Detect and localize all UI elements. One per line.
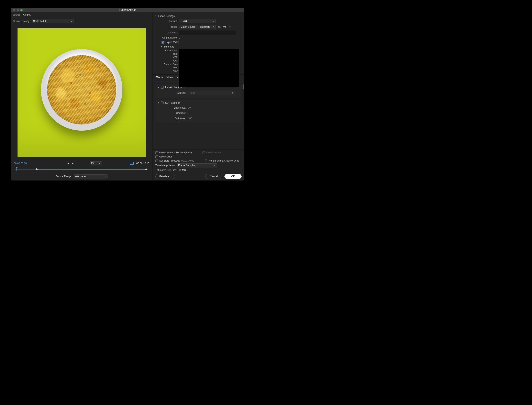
time-interpolation-value: Frame Sampling — [178, 164, 196, 167]
window-title: Export Settings — [11, 8, 244, 11]
import-preset-button[interactable] — [223, 25, 226, 29]
chevron-down-icon: ▼ — [104, 176, 106, 177]
output-name-label: Output Name: — [155, 36, 177, 39]
max-render-quality-label: Use Maximum Render Quality — [159, 151, 192, 154]
zoom-dropdown[interactable]: Fit ▼ — [90, 161, 102, 165]
playhead-handle[interactable] — [15, 167, 17, 170]
use-previews-label: Use Previews — [206, 151, 221, 154]
brightness-value[interactable]: 10 — [188, 106, 191, 109]
minimize-window-icon[interactable] — [17, 9, 19, 11]
source-scaling-dropdown[interactable]: Scale To Fit ▼ — [32, 19, 74, 23]
set-start-timecode-label: Set Start Timecode — [159, 159, 180, 162]
render-alpha-label: Render Alpha Channel Only — [209, 159, 239, 162]
sdr-label: SDR Conform — [165, 101, 181, 104]
export-video-checkbox[interactable] — [162, 41, 164, 44]
collapse-icon: ▼ — [157, 102, 159, 104]
window-controls — [11, 9, 23, 11]
tab-output[interactable]: Output — [23, 13, 31, 17]
playhead-timecode[interactable]: 00:00:00:00 — [14, 162, 27, 165]
contrast-value[interactable]: 0 — [188, 112, 189, 115]
source-range-value: Work Area — [75, 175, 87, 178]
export-video-label: Export Video — [165, 41, 179, 44]
aspect-crop-button[interactable] — [130, 162, 134, 165]
comments-input[interactable] — [179, 31, 236, 35]
set-start-timecode-checkbox[interactable] — [155, 160, 158, 162]
chevron-down-icon: ▼ — [70, 20, 72, 22]
preset-value: Match Source - High bitrate — [181, 26, 210, 28]
collapse-icon: ▼ — [155, 15, 157, 17]
render-options-panel: Use Maximum Render Quality Use Previews … — [153, 149, 244, 181]
export-settings-window: Export Settings Source Output Source Sca… — [11, 8, 244, 181]
preview-panel: Source Output Source Scaling: Scale To F… — [11, 12, 153, 181]
start-timecode-value[interactable]: 00:00:00:00 — [181, 159, 194, 162]
estimated-size-value: 16 MB — [179, 169, 186, 172]
chevron-down-icon: ▼ — [212, 26, 214, 28]
range-out-handle[interactable] — [145, 168, 147, 170]
use-proxies-label: Use Proxies — [159, 155, 173, 158]
save-preset-button[interactable] — [217, 25, 221, 29]
step-forward-button[interactable]: ▶ — [72, 162, 74, 165]
softknee-label: Soft Knee: — [157, 117, 186, 120]
contrast-label: Contrast: — [157, 112, 186, 115]
lumetri-enable-checkbox[interactable] — [161, 86, 163, 89]
settings-panel: ▼ Export Settings Format: H.264 ▼ Preset… — [153, 12, 244, 181]
source-scaling-value: Scale To Fit — [33, 20, 46, 23]
max-render-quality-checkbox[interactable] — [155, 151, 158, 154]
sdr-section-header[interactable]: ▼ SDR Conform — [157, 101, 240, 105]
export-settings-title: Export Settings — [158, 15, 175, 18]
tab-source[interactable]: Source — [13, 14, 20, 17]
summary-title: Summary — [164, 45, 174, 48]
export-settings-header[interactable]: ▼ Export Settings — [155, 14, 242, 18]
range-in-handle[interactable] — [35, 168, 38, 170]
preset-dropdown[interactable]: Match Source - High bitrate ▼ — [179, 25, 216, 29]
collapse-icon: ▼ — [161, 46, 162, 48]
chevron-down-icon: ▼ — [232, 92, 233, 94]
svg-rect-0 — [223, 27, 226, 28]
applied-label: Applied: — [157, 91, 186, 94]
ok-button[interactable]: OK — [224, 174, 242, 179]
cancel-button[interactable]: Cancel — [205, 174, 222, 179]
timeline-range[interactable] — [14, 167, 149, 171]
comments-label: Comments: — [155, 31, 177, 34]
applied-dropdown: None ▼ — [188, 91, 235, 95]
format-value: H.264 — [181, 20, 187, 23]
delete-preset-button — [228, 25, 232, 29]
zoom-value: Fit — [91, 162, 94, 165]
use-proxies-checkbox[interactable] — [155, 155, 158, 158]
metadata-button[interactable]: Metadata… — [155, 174, 175, 179]
collapse-icon: ▼ — [157, 86, 159, 88]
format-label: Format: — [155, 20, 177, 23]
sdr-enable-checkbox[interactable] — [161, 101, 163, 104]
titlebar: Export Settings — [11, 8, 244, 12]
source-range-dropdown[interactable]: Work Area ▼ — [74, 174, 108, 178]
summary-header[interactable]: ▼ Summary — [155, 44, 242, 49]
scrollbar-thumb[interactable] — [242, 84, 244, 89]
redacted-region — [179, 49, 239, 87]
duration-timecode: 00:00:12:13 — [136, 162, 149, 165]
applied-value: None — [189, 91, 195, 94]
preset-label: Preset: — [155, 26, 177, 28]
step-back-button[interactable]: ◀ — [67, 162, 69, 165]
maximize-window-icon[interactable] — [20, 9, 23, 11]
chevron-down-icon: ▼ — [212, 20, 214, 22]
chevron-down-icon: ▼ — [99, 162, 101, 164]
time-interpolation-label: Time Interpolation: — [155, 164, 175, 167]
brightness-label: Brightness: — [157, 106, 186, 109]
render-alpha-checkbox[interactable] — [205, 160, 207, 162]
source-scaling-label: Source Scaling: — [13, 20, 30, 23]
output-name-link[interactable]: 2 — [179, 36, 181, 39]
source-range-label: Source Range: — [56, 175, 72, 178]
chevron-down-icon: ▼ — [214, 164, 216, 166]
tab-effects[interactable]: Effects — [155, 76, 163, 80]
estimated-size-label: Estimated File Size: — [155, 169, 177, 172]
use-previews-checkbox — [202, 151, 205, 154]
format-dropdown[interactable]: H.264 ▼ — [179, 19, 216, 23]
close-window-icon[interactable] — [13, 9, 15, 11]
softknee-value[interactable]: 100 — [188, 117, 192, 120]
time-interpolation-dropdown[interactable]: Frame Sampling ▼ — [177, 163, 217, 168]
video-preview[interactable] — [18, 28, 146, 157]
tab-video[interactable]: Video — [166, 76, 173, 80]
